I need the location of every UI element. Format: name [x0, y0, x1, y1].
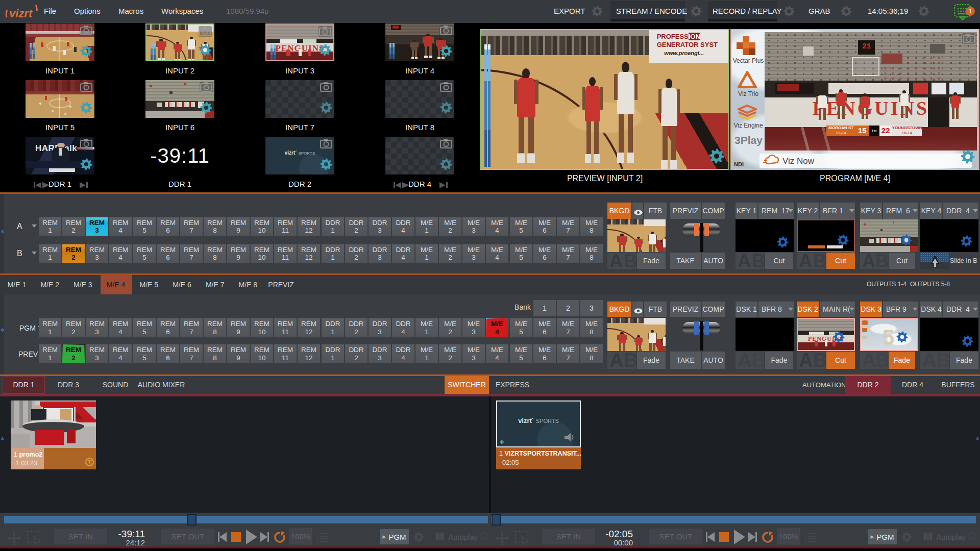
svg-text:vizrt: vizrt — [9, 7, 33, 20]
